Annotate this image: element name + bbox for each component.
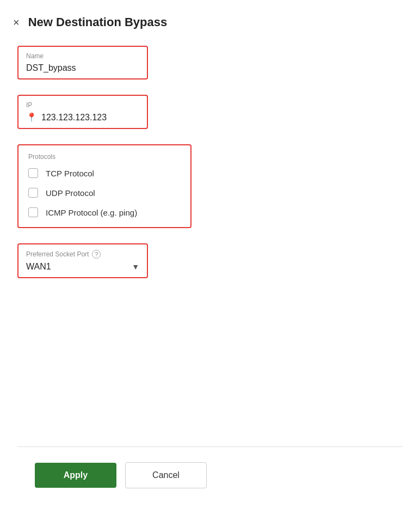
name-field-group: Name DST_bypass [17,46,403,79]
socket-port-label-row: Preferred Socket Port ? [26,250,139,259]
socket-port-value: WAN1 [26,262,51,272]
dialog-title: New Destination Bypass [28,15,168,29]
tcp-protocol-label: TCP Protocol [46,169,94,178]
dialog-container: × New Destination Bypass Name DST_bypass… [0,0,420,521]
protocols-box: Protocols TCP Protocol UDP Protocol ICMP… [17,144,192,228]
socket-port-select[interactable]: WAN1 ▼ [26,262,139,272]
dialog-footer: Apply Cancel [17,462,403,510]
ip-field-box: IP 📍 123.123.123.123 [17,95,148,129]
cancel-button[interactable]: Cancel [125,462,207,488]
chevron-down-icon: ▼ [132,262,139,271]
footer-divider [17,446,403,447]
socket-port-label: Preferred Socket Port [26,250,89,258]
dialog-body: Name DST_bypass IP 📍 123.123.123.123 Pro… [0,40,420,521]
tcp-checkbox[interactable] [28,168,38,178]
protocols-label: Protocols [28,153,181,161]
protocol-udp-item: UDP Protocol [28,188,181,198]
icmp-protocol-label: ICMP Protocol (e.g. ping) [46,208,137,217]
protocol-tcp-item: TCP Protocol [28,168,181,178]
apply-button[interactable]: Apply [35,463,116,488]
ip-field-value-row: 📍 123.123.123.123 [26,112,139,122]
ip-field-label: IP [26,101,139,109]
name-field-value: DST_bypass [26,63,139,73]
ip-field-value: 123.123.123.123 [41,113,107,122]
socket-port-box: Preferred Socket Port ? WAN1 ▼ [17,243,148,278]
udp-checkbox[interactable] [28,188,38,198]
location-pin-icon: 📍 [26,112,37,122]
dialog-header: × New Destination Bypass [0,0,420,40]
protocol-icmp-item: ICMP Protocol (e.g. ping) [28,207,181,217]
body-spacer [17,300,403,436]
icmp-checkbox[interactable] [28,207,38,217]
ip-field-group: IP 📍 123.123.123.123 [17,95,403,129]
close-icon[interactable]: × [13,17,20,28]
udp-protocol-label: UDP Protocol [46,188,95,198]
name-field-label: Name [26,52,139,60]
name-field-box: Name DST_bypass [17,46,148,79]
help-icon[interactable]: ? [92,250,101,259]
